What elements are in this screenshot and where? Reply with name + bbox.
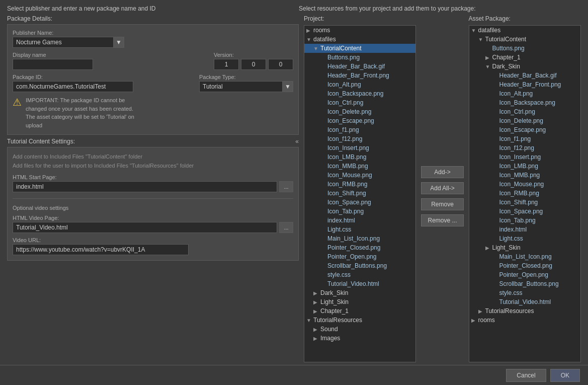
tree-item-a-icon-mouse[interactable]: Icon_Mouse.png [469, 180, 580, 189]
tree-item-icon-f1[interactable]: Icon_f1.png [304, 125, 415, 134]
tree-item-a-icon-f1[interactable]: Icon_f1.png [469, 134, 580, 143]
tree-item-a-icon-space[interactable]: Icon_Space.png [469, 207, 580, 216]
tree-item-a-icon-backspace[interactable]: Icon_Backspace.png [469, 98, 580, 107]
cancel-button[interactable]: Cancel [506, 369, 546, 382]
tree-item-a-icon-alt[interactable]: Icon_Alt.png [469, 89, 580, 98]
tree-item-icon-shift[interactable]: Icon_Shift.png [304, 189, 415, 198]
tree-item-a-style-css[interactable]: style.css [469, 288, 580, 297]
tree-item-tutorialcontent[interactable]: ▼TutorialContent [304, 44, 415, 53]
tree-item-a-header-bar-back[interactable]: Header_Bar_Back.gif [469, 71, 580, 80]
package-type-group: Package Type: Tutorial ▼ [199, 74, 293, 92]
tree-item-style-css[interactable]: style.css [304, 270, 415, 279]
tree-item-a-tutorialcontent[interactable]: ▼TutorialContent [469, 35, 580, 44]
tree-item-sound[interactable]: ▶Sound [304, 325, 415, 334]
tree-item-a-rooms[interactable]: ▶rooms [469, 316, 580, 325]
tree-item-icon-ctrl[interactable]: Icon_Ctrl.png [304, 98, 415, 107]
collapse-button[interactable]: « [295, 138, 299, 145]
tree-item-a-tutorial-video[interactable]: Tutorial_Video.html [469, 297, 580, 306]
add-all-button[interactable]: Add All-> [421, 182, 463, 194]
tree-item-a-light-css[interactable]: Light.css [469, 234, 580, 243]
tree-item-a-header-bar-front[interactable]: Header_Bar_Front.png [469, 80, 580, 89]
tree-item-light-css[interactable]: Light.css [304, 225, 415, 234]
tree-item-a-icon-mmb[interactable]: Icon_MMB.png [469, 171, 580, 180]
tree-item-a-icon-ctrl[interactable]: Icon_Ctrl.png [469, 107, 580, 116]
tree-item-tutorial-video[interactable]: Tutorial_Video.html [304, 279, 415, 288]
tree-item-a-icon-f12[interactable]: Icon_f12.png [469, 143, 580, 152]
tree-item-icon-delete[interactable]: Icon_Delete.png [304, 107, 415, 116]
html-start-input[interactable] [13, 181, 277, 192]
tree-item-icon-backspace[interactable]: Icon_Backspace.png [304, 89, 415, 98]
tree-item-light-skin[interactable]: ▶Light_Skin [304, 297, 415, 306]
html-start-browse-btn[interactable]: ... [279, 181, 293, 192]
tree-item-rooms[interactable]: ▶rooms [304, 26, 415, 35]
tree-item-a-tutorialresources[interactable]: ▶TutorialResources [469, 306, 580, 316]
version-label: Version: [214, 52, 293, 58]
ok-button[interactable]: OK [550, 369, 580, 382]
version-major-input[interactable] [214, 59, 239, 70]
tree-item-a-scrollbar-buttons[interactable]: Scrollbar_Buttons.png [469, 279, 580, 288]
tree-item-header-bar-back[interactable]: Header_Bar_Back.gif [304, 62, 415, 71]
tree-item-a-light-skin[interactable]: ▶Light_Skin [469, 243, 580, 252]
tree-item-buttons-png[interactable]: Buttons.png [304, 53, 415, 62]
publisher-dropdown-btn[interactable]: ▼ [113, 37, 124, 48]
tree-item-icon-escape[interactable]: Icon_Escape.png [304, 116, 415, 125]
tree-item-a-icon-escape[interactable]: Icon_Escape.png [469, 125, 580, 134]
version-minor-input[interactable] [241, 59, 266, 70]
tree-item-pointer-closed[interactable]: Pointer_Closed.png [304, 243, 415, 252]
publisher-input[interactable] [13, 37, 113, 48]
tree-item-header-bar-front[interactable]: Header_Bar_Front.png [304, 71, 415, 80]
tree-item-a-icon-tab[interactable]: Icon_Tab.png [469, 216, 580, 225]
tree-item-icon-lmb[interactable]: Icon_LMB.png [304, 152, 415, 162]
html-video-browse-btn[interactable]: ... [279, 222, 293, 233]
tree-item-scrollbar-buttons[interactable]: Scrollbar_Buttons.png [304, 261, 415, 270]
tree-label-tutorialresources: TutorialResources [313, 317, 362, 324]
tree-item-a-datafiles[interactable]: ▼datafiles [469, 26, 580, 35]
tree-item-a-icon-insert[interactable]: Icon_Insert.png [469, 152, 580, 162]
tree-item-a-chapter1[interactable]: ▶Chapter_1 [469, 53, 580, 62]
asset-tree-container[interactable]: ▼datafiles▼TutorialContentButtons.png▶Ch… [469, 25, 581, 362]
package-type-dropdown-btn[interactable]: ▼ [282, 81, 293, 92]
tree-item-icon-rmb[interactable]: Icon_RMB.png [304, 180, 415, 189]
tree-item-dark-skin[interactable]: ▶Dark_Skin [304, 288, 415, 297]
tree-item-tutorialresources[interactable]: ▼TutorialResources [304, 316, 415, 325]
html-video-input[interactable] [13, 222, 277, 233]
video-url-input[interactable] [13, 244, 189, 255]
tree-item-icon-tab[interactable]: Icon_Tab.png [304, 207, 415, 216]
tree-item-main-list-icon[interactable]: Main_List_Icon.png [304, 234, 415, 243]
tree-item-chapter-1[interactable]: ▶Chapter_1 [304, 306, 415, 316]
tree-label-a-header-bar-front: Header_Bar_Front.png [499, 81, 561, 88]
tree-item-datafiles[interactable]: ▼datafiles [304, 35, 415, 44]
tree-item-images[interactable]: ▶Images [304, 334, 415, 343]
add-button[interactable]: Add-> [421, 166, 463, 178]
tree-item-icon-mmb[interactable]: Icon_MMB.png [304, 162, 415, 171]
package-id-input[interactable] [13, 81, 133, 92]
version-patch-input[interactable] [268, 59, 293, 70]
tree-label-a-tutorialcontent: TutorialContent [485, 36, 527, 43]
tree-item-a-icon-shift[interactable]: Icon_Shift.png [469, 198, 580, 207]
tree-label-style-css: style.css [327, 271, 351, 278]
tree-item-icon-space[interactable]: Icon_Space.png [304, 198, 415, 207]
tree-item-a-pointer-closed[interactable]: Pointer_Closed.png [469, 261, 580, 270]
tree-item-a-main-list-icon[interactable]: Main_List_Icon.png [469, 252, 580, 261]
tree-label-a-icon-delete: Icon_Delete.png [499, 117, 543, 124]
tree-item-pointer-open[interactable]: Pointer_Open.png [304, 252, 415, 261]
remove-button[interactable]: Remove [421, 198, 463, 210]
display-name-input[interactable] [13, 59, 93, 70]
tree-item-a-icon-lmb[interactable]: Icon_LMB.png [469, 162, 580, 171]
tree-item-icon-mouse[interactable]: Icon_Mouse.png [304, 171, 415, 180]
tree-item-a-buttons-png[interactable]: Buttons.png [469, 44, 580, 53]
tree-item-index-html[interactable]: index.html [304, 216, 415, 225]
tree-label-tutorialcontent: TutorialContent [320, 45, 362, 52]
tree-item-a-icon-rmb[interactable]: Icon_RMB.png [469, 189, 580, 198]
tree-item-a-dark-skin[interactable]: ▼Dark_Skin [469, 62, 580, 71]
tree-item-icon-f12[interactable]: Icon_f12.png [304, 134, 415, 143]
tree-item-icon-insert[interactable]: Icon_Insert.png [304, 143, 415, 152]
tree-item-a-pointer-open[interactable]: Pointer_Open.png [469, 270, 580, 279]
remove-all-button[interactable]: Remove ... [421, 214, 463, 226]
tree-item-icon-alt[interactable]: Icon_Alt.png [304, 80, 415, 89]
tree-item-a-icon-delete[interactable]: Icon_Delete.png [469, 116, 580, 125]
tree-label-a-pointer-closed: Pointer_Closed.png [499, 262, 552, 269]
tree-label-a-icon-f12: Icon_f12.png [499, 144, 534, 151]
tree-item-a-index-html[interactable]: index.html [469, 225, 580, 234]
project-tree-container[interactable]: ▶rooms▼datafiles▼TutorialContentButtons.… [304, 25, 416, 362]
